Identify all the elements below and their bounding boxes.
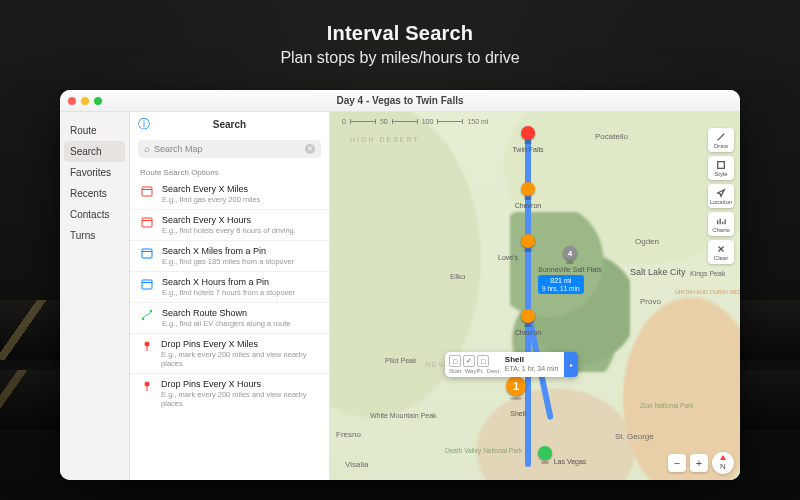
sidebar-nav: Route Search Favorites Recents Contacts …: [60, 112, 130, 480]
info-icon[interactable]: ⓘ: [138, 116, 150, 133]
route-icon: [140, 308, 154, 328]
svg-point-8: [142, 318, 144, 320]
pin-label: Chevron: [515, 329, 541, 336]
pin-icon: [140, 379, 153, 408]
callout-dest-icon[interactable]: □: [477, 355, 489, 367]
search-icon: ⌕: [144, 144, 150, 154]
search-placeholder: Search Map: [154, 144, 301, 154]
pin-start[interactable]: [538, 446, 552, 464]
option-title: Search Every X Hours: [162, 215, 296, 225]
city-provo[interactable]: Provo: [640, 297, 661, 306]
tool-draw[interactable]: Draw: [708, 128, 734, 152]
pin-destination[interactable]: [521, 126, 535, 144]
pin-stop[interactable]: [521, 182, 535, 200]
sidebar-item-turns[interactable]: Turns: [60, 225, 129, 246]
sidebar-item-recents[interactable]: Recents: [60, 183, 129, 204]
zoom-in-button[interactable]: +: [690, 454, 708, 472]
pin-stop[interactable]: [521, 234, 535, 252]
option-sub: E.g., find hotels every 8 hours of drivi…: [162, 226, 296, 235]
svg-rect-6: [142, 280, 152, 289]
window-title: Day 4 - Vegas to Twin Falls: [60, 95, 740, 106]
city-whitemtn: White Mountain Peak: [370, 412, 437, 419]
option-search-x-hours-from-pin[interactable]: Search X Hours from a PinE.g., find hote…: [130, 271, 329, 302]
callout-waypoint-icon[interactable]: ✓: [463, 355, 475, 367]
pin-stop[interactable]: [521, 309, 535, 327]
calendar-icon: [140, 184, 154, 204]
city-stgeorge[interactable]: St. George: [615, 432, 654, 441]
option-search-every-x-hours[interactable]: Search Every X HoursE.g., find hotels ev…: [130, 209, 329, 240]
svg-rect-14: [718, 161, 725, 168]
tool-charts[interactable]: Charts: [708, 212, 734, 236]
option-search-every-x-miles[interactable]: Search Every X MilesE.g., find gas every…: [130, 179, 329, 209]
map-tools: Draw Style Location Charts Clear: [708, 128, 734, 264]
city-visalia[interactable]: Visalia: [345, 460, 368, 469]
pin-label: Shell: [510, 410, 526, 417]
sidebar-item-route[interactable]: Route: [60, 120, 129, 141]
city-kingspeak: Kings Peak: [690, 270, 725, 277]
pin-bonneville[interactable]: 4: [563, 246, 577, 264]
pin-label: Las Vegas: [554, 458, 587, 465]
svg-point-9: [150, 310, 152, 312]
option-sub: E.g., find gas every 200 miles: [162, 195, 260, 204]
svg-rect-4: [142, 249, 152, 258]
tool-location[interactable]: Location: [708, 184, 734, 208]
svg-point-10: [144, 342, 149, 347]
option-title: Drop Pins Every X Hours: [161, 379, 319, 389]
svg-rect-0: [142, 187, 152, 196]
option-sub: E.g., find all EV chargers along a route: [162, 319, 290, 328]
option-sub: E.g., mark every 200 miles and view near…: [161, 390, 319, 408]
option-title: Search Route Shown: [162, 308, 290, 318]
search-input[interactable]: ⌕ Search Map ✕: [138, 140, 321, 158]
option-drop-pins-every-x-hours[interactable]: Drop Pins Every X HoursE.g., mark every …: [130, 373, 329, 413]
option-sub: E.g., find hotels 7 hours from a stopove…: [162, 288, 295, 297]
option-search-x-miles-from-pin[interactable]: Search X Miles from a PinE.g., find gas …: [130, 240, 329, 271]
pin-label: Love's: [498, 254, 518, 261]
sidebar-item-contacts[interactable]: Contacts: [60, 204, 129, 225]
search-panel: ⓘ Search ⌕ Search Map ✕ Route Search Opt…: [130, 112, 330, 480]
pin-label: Bonneville Salt Flats: [538, 266, 601, 273]
badge-distance: 821 mi: [542, 277, 580, 285]
park-deathvalley: Death Valley National Park: [445, 447, 522, 454]
calendar-icon: [140, 215, 154, 235]
compass-button[interactable]: N: [712, 452, 734, 474]
app-window: Day 4 - Vegas to Twin Falls Route Search…: [60, 90, 740, 480]
region-label: HIGH DESERT: [350, 136, 420, 143]
map[interactable]: 0 50 100 150 mi HIGH DESERT Salt Lake Ci…: [330, 112, 740, 480]
city-fresno[interactable]: Fresno: [336, 430, 361, 439]
section-label: Route Search Options: [130, 162, 329, 179]
option-title: Search Every X Miles: [162, 184, 260, 194]
city-ogden[interactable]: Ogden: [635, 237, 659, 246]
tool-clear[interactable]: Clear: [708, 240, 734, 264]
map-zoom: − + N: [668, 452, 734, 474]
option-drop-pins-every-x-miles[interactable]: Drop Pins Every X MilesE.g., mark every …: [130, 333, 329, 373]
option-search-route-shown[interactable]: Search Route ShownE.g., find all EV char…: [130, 302, 329, 333]
sidebar-item-search[interactable]: Search: [64, 141, 125, 162]
callout-title: Shell: [505, 356, 559, 365]
city-elko[interactable]: Elko: [450, 272, 466, 281]
sidebar-item-favorites[interactable]: Favorites: [60, 162, 129, 183]
pin-stop-selected[interactable]: 1: [506, 376, 526, 400]
pin-label: Twin Falls: [512, 146, 543, 153]
option-sub: E.g., mark every 200 miles and view near…: [161, 350, 319, 368]
city-pocatello[interactable]: Pocatello: [595, 132, 628, 141]
callout-eta: ETA: 1 hr, 34 min: [505, 365, 559, 373]
titlebar[interactable]: Day 4 - Vegas to Twin Falls: [60, 90, 740, 112]
pin-callout[interactable]: □ ✓ □ Start WayPt. Dest. Shell ETA: 1 hr…: [445, 352, 578, 377]
city-pilotpeak: Pilot Peak: [385, 357, 417, 364]
svg-point-12: [144, 382, 149, 387]
option-sub: E.g., find gas 185 miles from a stopover: [162, 257, 294, 266]
tool-style[interactable]: Style: [708, 156, 734, 180]
pin-icon: [140, 339, 153, 368]
route-badge[interactable]: 821 mi 9 hrs, 11 min: [538, 275, 584, 294]
option-title: Search X Miles from a Pin: [162, 246, 294, 256]
callout-go-button[interactable]: ▸: [564, 352, 578, 377]
svg-rect-2: [142, 218, 152, 227]
park-zion: Zion National Park: [640, 402, 693, 409]
city-saltlake[interactable]: Salt Lake City: [630, 267, 686, 277]
hero-subtitle: Plan stops by miles/hours to drive: [0, 49, 800, 67]
callout-start-icon[interactable]: □: [449, 355, 461, 367]
scale-bar: 0 50 100 150 mi: [342, 118, 488, 125]
hero: Interval Search Plan stops by miles/hour…: [0, 22, 800, 67]
clear-icon[interactable]: ✕: [305, 144, 315, 154]
zoom-out-button[interactable]: −: [668, 454, 686, 472]
